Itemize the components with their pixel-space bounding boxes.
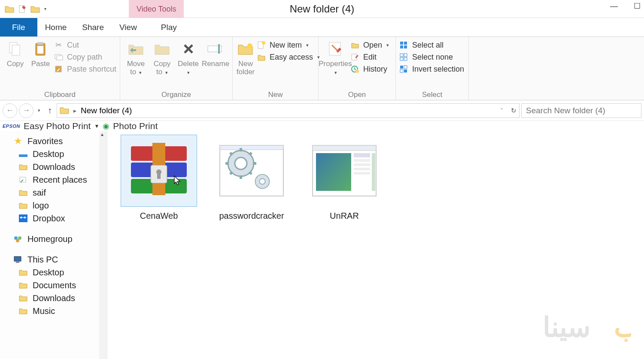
recent-locations-dropdown[interactable]: ▾: [35, 108, 43, 113]
breadcrumb-current[interactable]: New folder (4): [81, 106, 132, 115]
properties-button[interactable]: Properties▾: [322, 39, 349, 76]
group-new: New folder New item▾ Easy access▾ New: [233, 37, 319, 100]
minimize-button[interactable]: —: [609, 1, 619, 11]
svg-rect-20: [400, 45, 403, 48]
file-label: passwordcracker: [219, 211, 284, 221]
cut-button[interactable]: ✂Cut: [54, 40, 116, 50]
properties-icon[interactable]: [16, 3, 28, 15]
new-folder-qat-icon[interactable]: [29, 3, 41, 15]
svg-rect-21: [404, 45, 407, 48]
folder-icon: [3, 3, 15, 15]
file-list[interactable]: CenaWeb passwor: [107, 131, 644, 359]
sidebar-item-desktop[interactable]: ▬Desktop: [18, 148, 105, 160]
open-button[interactable]: Open▾: [350, 40, 389, 50]
tab-play[interactable]: Play: [153, 18, 185, 36]
edit-icon: [350, 52, 360, 62]
file-item-passwordcracker[interactable]: passwordcracker: [213, 135, 290, 221]
svg-rect-2: [12, 45, 20, 55]
folder-icon: [18, 267, 28, 278]
homegroup-header[interactable]: Homegroup: [13, 232, 105, 245]
chevron-right-icon[interactable]: ▸: [73, 107, 76, 114]
breadcrumb-dropdown[interactable]: ˅: [501, 108, 503, 113]
paste-shortcut-button[interactable]: Paste shortcut: [54, 64, 116, 74]
sidebar-item-recent-places[interactable]: Recent places: [18, 173, 105, 186]
svg-point-17: [355, 69, 359, 73]
history-button[interactable]: History: [350, 64, 389, 74]
svg-rect-64: [354, 163, 370, 166]
svg-point-11: [247, 43, 252, 48]
sidebar-item-downloads[interactable]: Downloads: [18, 160, 105, 173]
svg-rect-26: [400, 66, 403, 69]
this-pc-header[interactable]: This PC: [13, 253, 105, 266]
new-item-icon: [257, 40, 266, 50]
title-bar: ▾ Video Tools New folder (4) — ☐: [0, 0, 644, 18]
tab-file[interactable]: File: [0, 18, 37, 36]
ribbon-tabs: File Home Share View Play: [0, 18, 644, 37]
copy-to-button[interactable]: Copy to ▾: [150, 39, 174, 76]
refresh-button[interactable]: ↻: [511, 107, 516, 115]
back-button[interactable]: ←: [3, 103, 17, 118]
new-folder-icon: [236, 39, 255, 58]
recent-icon: [18, 175, 28, 185]
invert-selection-button[interactable]: Invert selection: [399, 64, 464, 74]
select-none-button[interactable]: Select none: [399, 52, 464, 62]
maximize-button[interactable]: ☐: [632, 1, 642, 11]
contextual-tab-videotools: Video Tools: [129, 0, 184, 18]
star-icon: ★: [13, 136, 23, 146]
file-label: UnRAR: [330, 211, 359, 221]
svg-rect-8: [55, 66, 61, 72]
svg-rect-43: [157, 172, 161, 179]
qat-dropdown[interactable]: ▾: [42, 3, 48, 15]
forward-button[interactable]: →: [19, 103, 33, 118]
file-item-unrar[interactable]: UnRAR: [306, 135, 383, 221]
folder-icon: [18, 187, 28, 198]
new-folder-button[interactable]: New folder: [236, 39, 255, 76]
invert-selection-icon: [399, 64, 409, 74]
file-item-cenaweb[interactable]: CenaWeb: [120, 135, 197, 221]
sidebar-item-logo[interactable]: logo: [18, 199, 105, 212]
select-all-button[interactable]: Select all: [399, 40, 464, 50]
svg-rect-66: [354, 172, 370, 175]
epson-app-name: Easy Photo Print: [24, 121, 91, 131]
favorites-header[interactable]: ★ Favorites: [13, 135, 105, 148]
search-input[interactable]: [521, 103, 641, 118]
sidebar-scrollbar[interactable]: [99, 131, 107, 359]
rar-archive-icon: [121, 135, 197, 207]
new-item-button[interactable]: New item▾: [257, 40, 320, 50]
paste-shortcut-icon: [54, 64, 64, 74]
epson-photo-print[interactable]: Photo Print: [113, 121, 158, 131]
sidebar-item-dropbox[interactable]: Dropbox: [18, 212, 105, 225]
tab-view[interactable]: View: [112, 18, 145, 36]
scroll-up-button[interactable]: ▴: [98, 131, 106, 139]
sidebar-item-pc-desktop[interactable]: Desktop: [18, 266, 105, 279]
tab-share[interactable]: Share: [74, 18, 112, 36]
sidebar-item-pc-documents[interactable]: Documents: [18, 279, 105, 292]
svg-rect-28: [400, 69, 403, 72]
copy-button[interactable]: Copy: [3, 39, 27, 68]
breadcrumb[interactable]: ▸ New folder (4) ˅ ↻: [57, 103, 519, 118]
chevron-down-icon[interactable]: ▼: [94, 123, 99, 129]
sidebar-item-pc-music[interactable]: Music: [18, 305, 105, 317]
copy-path-button[interactable]: Copy path: [54, 52, 116, 62]
edit-button[interactable]: Edit: [350, 52, 389, 62]
up-button[interactable]: ↑: [45, 106, 55, 115]
move-to-button[interactable]: Move to ▾: [124, 39, 148, 76]
svg-rect-61: [316, 153, 351, 191]
sidebar-item-saif[interactable]: saif: [18, 186, 105, 199]
svg-rect-31: [19, 214, 27, 222]
sidebar-item-pc-downloads[interactable]: Downloads: [18, 292, 105, 305]
folder-icon: [18, 200, 28, 211]
svg-rect-67: [372, 153, 375, 191]
rename-button[interactable]: Rename: [202, 39, 229, 68]
svg-rect-63: [354, 159, 370, 162]
tab-home[interactable]: Home: [37, 18, 75, 36]
svg-rect-5: [37, 46, 43, 54]
copy-path-icon: [54, 52, 64, 62]
paste-button[interactable]: Paste: [29, 39, 52, 68]
paste-icon: [31, 39, 50, 58]
homegroup-icon: [13, 234, 23, 244]
watermark-logo: سينا وب: [502, 307, 631, 356]
svg-line-52: [249, 153, 252, 155]
easy-access-button[interactable]: Easy access▾: [257, 52, 320, 62]
delete-button[interactable]: Delete▾: [176, 39, 200, 76]
